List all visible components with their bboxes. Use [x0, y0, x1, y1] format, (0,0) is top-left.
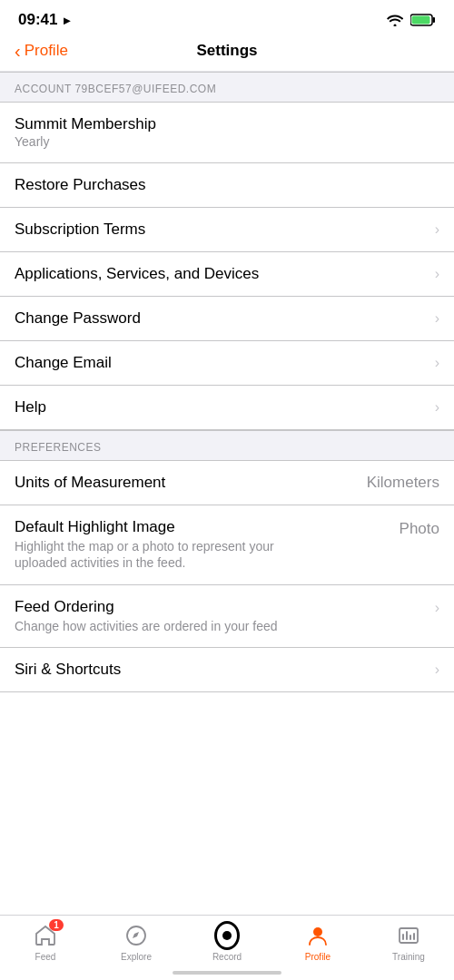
- subscription-terms-item[interactable]: Subscription Terms ›: [0, 208, 454, 252]
- status-icons: [387, 14, 436, 26]
- tab-explore[interactable]: Explore: [100, 923, 173, 962]
- explore-icon: [123, 923, 149, 948]
- preferences-section-header: PREFERENCES: [0, 430, 454, 461]
- applications-services-chevron: ›: [435, 266, 439, 282]
- preferences-section-label: PREFERENCES: [15, 441, 102, 454]
- back-button[interactable]: ‹ Profile: [15, 42, 68, 60]
- wifi-icon: [387, 14, 403, 26]
- svg-rect-2: [412, 16, 430, 24]
- training-icon: [396, 923, 421, 948]
- change-email-chevron: ›: [435, 355, 439, 371]
- applications-services-title: Applications, Services, and Devices: [15, 265, 259, 283]
- svg-point-5: [313, 927, 322, 936]
- summit-membership-title: Summit Membership: [15, 115, 439, 133]
- units-measurement-value: Kilometers: [367, 474, 439, 492]
- tab-feed[interactable]: 1 Feed: [9, 923, 82, 962]
- siri-shortcuts-title: Siri & Shortcuts: [15, 661, 121, 679]
- feed-ordering-chevron: ›: [435, 600, 439, 616]
- change-email-item[interactable]: Change Email ›: [0, 341, 454, 386]
- tab-training[interactable]: Training: [372, 923, 445, 962]
- help-title: Help: [15, 398, 46, 416]
- home-icon: 1: [33, 923, 58, 948]
- account-section-label: ACCOUNT 79BCEF57@UIFEED.COM: [15, 83, 216, 95]
- nav-header: ‹ Profile Settings: [0, 34, 454, 72]
- battery-icon: [410, 14, 436, 26]
- location-icon: ►: [61, 14, 73, 27]
- tab-explore-label: Explore: [121, 952, 152, 962]
- help-item[interactable]: Help ›: [0, 386, 454, 430]
- feed-ordering-subtitle: Change how activities are ordered in you…: [15, 618, 278, 634]
- restore-purchases-title: Restore Purchases: [15, 176, 146, 194]
- summit-membership-subtitle: Yearly: [15, 133, 305, 150]
- subscription-terms-title: Subscription Terms: [15, 220, 145, 239]
- page-title: Settings: [196, 42, 257, 60]
- units-measurement-item[interactable]: Units of Measurement Kilometers: [0, 461, 454, 505]
- content-scroll: ACCOUNT 79BCEF57@UIFEED.COM Summit Membe…: [0, 72, 454, 783]
- restore-purchases-item[interactable]: Restore Purchases: [0, 163, 454, 208]
- feed-ordering-left: Feed Ordering Change how activities are …: [15, 598, 278, 634]
- siri-shortcuts-chevron: ›: [435, 662, 439, 678]
- change-password-item[interactable]: Change Password ›: [0, 297, 454, 341]
- change-email-title: Change Email: [15, 354, 112, 372]
- tab-record[interactable]: Record: [191, 923, 263, 962]
- svg-rect-1: [433, 17, 436, 23]
- home-indicator: [173, 971, 281, 975]
- default-highlight-item[interactable]: Default Highlight Image Highlight the ma…: [0, 505, 454, 584]
- help-chevron: ›: [435, 399, 439, 416]
- account-section-header: ACCOUNT 79BCEF57@UIFEED.COM: [0, 72, 454, 103]
- back-chevron-icon: ‹: [15, 42, 21, 60]
- default-highlight-value: Photo: [400, 520, 439, 538]
- subscription-terms-chevron: ›: [435, 221, 439, 238]
- default-highlight-subtitle: Highlight the map or a photo to represen…: [15, 538, 305, 571]
- summit-membership-item: Summit Membership Yearly: [0, 103, 454, 163]
- siri-shortcuts-item[interactable]: Siri & Shortcuts ›: [0, 648, 454, 692]
- tab-training-label: Training: [392, 952, 425, 962]
- applications-services-item[interactable]: Applications, Services, and Devices ›: [0, 252, 454, 297]
- status-time: 09:41 ►: [18, 11, 73, 29]
- tab-record-label: Record: [212, 952, 242, 962]
- units-measurement-title: Units of Measurement: [15, 474, 165, 492]
- status-bar: 09:41 ►: [0, 0, 454, 34]
- tab-profile[interactable]: Profile: [281, 923, 354, 962]
- feed-badge: 1: [49, 919, 64, 931]
- change-password-title: Change Password: [15, 309, 141, 328]
- record-icon: [214, 923, 240, 948]
- default-highlight-left: Default Highlight Image Highlight the ma…: [15, 518, 305, 571]
- svg-marker-4: [133, 932, 139, 938]
- tab-profile-label: Profile: [305, 952, 331, 962]
- tab-feed-label: Feed: [35, 952, 56, 962]
- feed-ordering-item[interactable]: Feed Ordering Change how activities are …: [0, 585, 454, 648]
- default-highlight-title: Default Highlight Image: [15, 518, 305, 536]
- back-label: Profile: [25, 42, 68, 60]
- feed-ordering-title: Feed Ordering: [15, 598, 278, 616]
- change-password-chevron: ›: [435, 310, 439, 327]
- profile-icon: [305, 923, 331, 948]
